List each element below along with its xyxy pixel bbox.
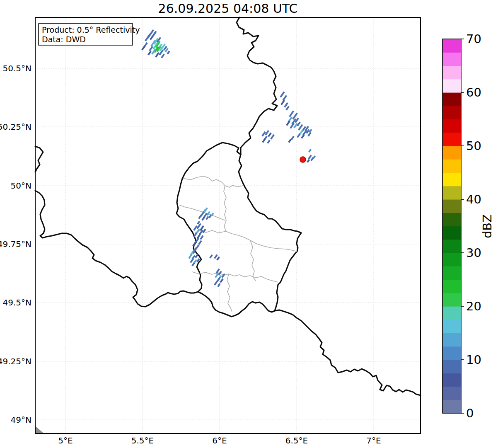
radar-figure: Product: 0.5° Reflectivity Data: DWD 26.… <box>0 0 498 448</box>
product-label: Product: 0.5° Reflectivity <box>42 25 140 34</box>
lat-tick-label: 49.5°N <box>3 298 32 308</box>
radar-echo-streak <box>310 130 311 132</box>
lon-tick-label: 5.5°E <box>131 436 154 446</box>
lat-tick-label: 50°N <box>11 181 31 191</box>
colorbar-segment <box>442 387 461 400</box>
colorbar-tick-label: 70 <box>466 32 481 46</box>
figure-background <box>0 0 498 448</box>
colorbar-segment <box>442 226 461 240</box>
colorbar-segment <box>442 146 461 160</box>
radar-site-dot <box>300 157 306 162</box>
radar-echo-streak <box>218 258 219 259</box>
colorbar-unit-label: dBZ <box>480 214 494 238</box>
lat-tick-label: 49.25°N <box>0 356 31 366</box>
colorbar-segment <box>442 213 461 226</box>
colorbar-segment <box>442 280 461 293</box>
colorbar-segment <box>442 253 461 266</box>
colorbar-segment <box>442 333 461 347</box>
radar-echo-streak <box>210 256 212 257</box>
radar-echo-streak <box>198 259 199 261</box>
colorbar-segment <box>442 52 461 66</box>
radar-echo-streak <box>268 141 269 143</box>
lon-tick-label: 6°E <box>212 436 227 446</box>
radar-echo-streak <box>289 140 290 142</box>
radar-echo-streak <box>312 158 313 160</box>
radar-echo-streak <box>218 284 220 286</box>
radar-echo-streak <box>309 150 310 151</box>
radar-echo-streak <box>207 217 208 219</box>
colorbar-segment <box>442 66 461 80</box>
colorbar-segment <box>442 400 461 414</box>
colorbar-tick-label: 10 <box>466 353 481 367</box>
radar-site-marker <box>300 157 306 162</box>
product-info-box: Product: 0.5° Reflectivity Data: DWD <box>39 24 140 45</box>
plot-title: 26.09.2025 04:08 UTC <box>158 1 298 16</box>
radar-echo-streak <box>308 160 309 162</box>
lat-tick-label: 50.25°N <box>0 122 31 132</box>
lon-tick-label: 7°E <box>366 436 381 446</box>
colorbar-segment <box>442 39 461 53</box>
data-source-label: Data: DWD <box>42 35 86 44</box>
colorbar-segment <box>442 266 461 280</box>
colorbar-segment <box>442 186 461 200</box>
radar-map-svg: Product: 0.5° Reflectivity Data: DWD 26.… <box>0 0 498 448</box>
colorbar-segment <box>442 373 461 387</box>
colorbar-tick-label: 50 <box>466 139 481 153</box>
radar-echo-streak <box>314 157 314 158</box>
colorbar-tick-label: 30 <box>466 246 481 260</box>
colorbar-tick-label: 40 <box>466 192 481 206</box>
colorbar-segment <box>442 92 461 106</box>
radar-echo-streak <box>212 214 213 216</box>
colorbar-segment <box>442 346 461 360</box>
colorbar-segment <box>442 79 461 93</box>
lat-tick-label: 49°N <box>11 415 31 425</box>
radar-echo-streak <box>198 222 199 223</box>
colorbar-segment <box>442 133 461 146</box>
colorbar-segment <box>442 293 461 307</box>
colorbar-segment <box>442 159 461 173</box>
colorbar-segment <box>442 240 461 253</box>
colorbar-tick-label: 60 <box>466 85 481 99</box>
colorbar <box>442 39 461 414</box>
colorbar-segment <box>442 173 461 186</box>
colorbar-segment <box>442 320 461 333</box>
colorbar-segment <box>442 306 461 320</box>
colorbar-tick-label: 20 <box>466 299 481 313</box>
lat-tick-label: 49.75°N <box>0 239 31 249</box>
lon-tick-label: 6.5°E <box>285 436 308 446</box>
lat-tick-label: 50.5°N <box>3 63 32 73</box>
radar-echo-streak <box>193 264 194 265</box>
colorbar-segment <box>442 119 461 133</box>
colorbar-segment <box>442 360 461 373</box>
radar-echo-streak <box>168 52 169 53</box>
colorbar-segment <box>442 199 461 213</box>
lon-tick-label: 5°E <box>58 436 73 446</box>
colorbar-tick-label: 0 <box>466 406 474 420</box>
colorbar-segment <box>442 106 461 119</box>
